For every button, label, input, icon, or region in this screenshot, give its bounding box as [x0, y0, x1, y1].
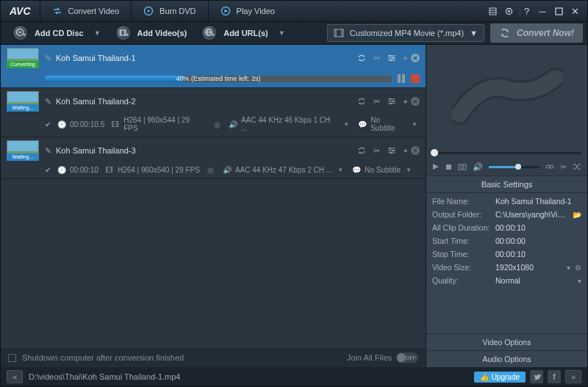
chevron-down-icon[interactable]: ▾ — [578, 277, 581, 285]
file-item[interactable]: Converting ✎ Koh Samui Thailand-1 ✂ + — [1, 45, 426, 88]
sliders-icon[interactable] — [387, 146, 396, 155]
quality-value[interactable]: Normal — [495, 276, 573, 285]
output-label: Output Folder: — [432, 210, 491, 219]
expand-right-button[interactable]: » — [565, 370, 581, 383]
shuffle-icon[interactable] — [573, 163, 581, 170]
refresh-icon[interactable] — [357, 146, 366, 155]
scissors-icon[interactable]: ✂ — [373, 54, 380, 63]
pencil-icon[interactable]: ✎ — [45, 97, 51, 106]
svg-point-40 — [390, 152, 392, 154]
disc-icon — [143, 6, 154, 16]
svg-point-32 — [389, 98, 391, 101]
add-icon[interactable]: + — [404, 97, 408, 106]
film-icon — [334, 29, 344, 37]
svg-point-10 — [19, 32, 21, 33]
tab-play-video[interactable]: Play Video — [208, 1, 287, 21]
svg-rect-45 — [550, 165, 553, 168]
add-icon[interactable]: + — [404, 146, 408, 155]
output-value[interactable]: C:\Users\yangh\Videos... — [495, 210, 568, 219]
shutdown-checkbox[interactable] — [8, 354, 16, 362]
svg-text:+: + — [126, 32, 129, 37]
stop-time-value[interactable]: 00:00:10 — [495, 250, 581, 258]
convert-now-button[interactable]: Convert Now! — [490, 23, 583, 43]
current-file-path: D:\videos\Thai\Koh Samui Thailand-1.mp4 — [29, 372, 180, 381]
add-urls-button[interactable]: + Add URL(s) ▼ — [194, 22, 292, 44]
collapse-left-button[interactable]: « — [7, 370, 23, 383]
status-badge: Waiting... — [7, 153, 39, 161]
gear-icon[interactable]: ⚙ — [575, 264, 581, 272]
speaker-icon: 🔊 — [222, 165, 232, 174]
cut-icon[interactable]: ✂ — [560, 162, 567, 172]
filename-value[interactable]: Koh Samui Thailand-1 — [495, 197, 581, 206]
settings-gear-icon[interactable] — [502, 4, 515, 18]
add-cd-disc-button[interactable]: + Add CD Disc ▼ — [5, 22, 108, 44]
start-time-value[interactable]: 00:00:00 — [495, 236, 581, 245]
file-item[interactable]: Waiting... ✎ Koh Samui Thailand-2 ✂ + — [1, 88, 426, 137]
file-name: Koh Samui Thailand-1 — [56, 54, 136, 62]
chevron-down-icon: ▼ — [470, 29, 478, 37]
recycle-icon — [499, 27, 511, 39]
video-size-value[interactable]: 1920x1080 — [495, 263, 562, 272]
scissors-icon[interactable]: ✂ — [373, 97, 380, 106]
convert-icon — [52, 6, 62, 16]
audio-options-button[interactable]: Audio Options — [426, 350, 587, 367]
volume-slider[interactable] — [489, 166, 539, 168]
progress-bar: 40% (Estimated time left: 2s) — [45, 76, 392, 82]
file-item[interactable]: Waiting... ✎ Koh Samui Thailand-3 ✂ + — [1, 137, 426, 179]
video-info: H264 | 960x544 | 29 FPS — [123, 116, 206, 132]
volume-icon[interactable]: 🔊 — [473, 162, 483, 172]
quality-label: Quality: — [432, 276, 491, 285]
seek-bar[interactable] — [426, 148, 587, 158]
twitter-icon[interactable] — [530, 370, 543, 383]
remove-icon[interactable]: × — [411, 146, 420, 155]
video-preview — [426, 45, 587, 148]
remove-icon[interactable]: × — [411, 54, 420, 62]
upgrade-button[interactable]: 👍 Upgrade — [474, 372, 526, 383]
help-icon[interactable]: ? — [520, 4, 533, 18]
thumbnail: Waiting... — [7, 91, 39, 112]
sliders-icon[interactable] — [387, 97, 396, 106]
duration-value: 00:00:10 — [495, 223, 581, 232]
play-icon — [220, 6, 231, 16]
maximize-button[interactable] — [552, 4, 565, 18]
target-icon[interactable]: ◎ — [212, 120, 222, 129]
svg-point-33 — [392, 101, 394, 103]
snapshot-button[interactable] — [458, 163, 467, 170]
preview-stop-button[interactable] — [445, 164, 452, 170]
titlebar-sheet-icon[interactable] — [486, 4, 499, 18]
tab-burn-dvd[interactable]: Burn DVD — [131, 1, 208, 21]
chevron-down-icon[interactable]: ▼ — [409, 120, 420, 129]
facebook-icon[interactable]: f — [548, 370, 561, 383]
scissors-icon[interactable]: ✂ — [373, 146, 380, 156]
output-profile-dropdown[interactable]: Customized MP4 Movie (*.mp4) ▼ — [327, 24, 484, 42]
sliders-icon[interactable] — [387, 54, 396, 62]
tab-convert-video[interactable]: Convert Video — [40, 1, 132, 21]
chevron-down-icon[interactable]: ▼ — [341, 120, 351, 129]
add-videos-button[interactable]: + Add Video(s) — [108, 22, 195, 44]
video-options-button[interactable]: Video Options — [426, 333, 587, 350]
add-icon[interactable]: + — [404, 54, 408, 62]
folder-open-icon[interactable]: 📂 — [573, 211, 581, 219]
audio-info: AAC 44 KHz 46 Kbps 1 CH ... — [241, 116, 338, 132]
minimize-button[interactable]: ─ — [536, 4, 549, 18]
stop-button[interactable] — [411, 74, 420, 83]
chevron-down-icon[interactable]: ▾ — [567, 264, 570, 272]
clock-icon: 🕘 — [57, 165, 67, 174]
link-icon[interactable] — [545, 163, 554, 170]
chevron-down-icon[interactable]: ▼ — [404, 165, 414, 174]
pencil-icon[interactable]: ✎ — [45, 54, 51, 63]
pencil-icon[interactable]: ✎ — [45, 146, 51, 156]
close-button[interactable]: ✕ — [568, 4, 581, 18]
subtitle-info: No Subtitle — [365, 166, 401, 174]
target-icon[interactable]: ◎ — [206, 165, 216, 174]
app-logo: AVC — [1, 5, 40, 17]
refresh-icon[interactable] — [357, 54, 366, 62]
thumbnail: Converting — [7, 48, 39, 68]
refresh-icon[interactable] — [357, 97, 366, 106]
preview-play-button[interactable] — [432, 163, 440, 170]
pause-button[interactable] — [398, 74, 406, 83]
svg-rect-3 — [490, 8, 496, 15]
chevron-down-icon[interactable]: ▼ — [335, 165, 345, 174]
join-files-toggle[interactable]: OFF — [396, 352, 418, 363]
remove-icon[interactable]: × — [411, 97, 420, 106]
